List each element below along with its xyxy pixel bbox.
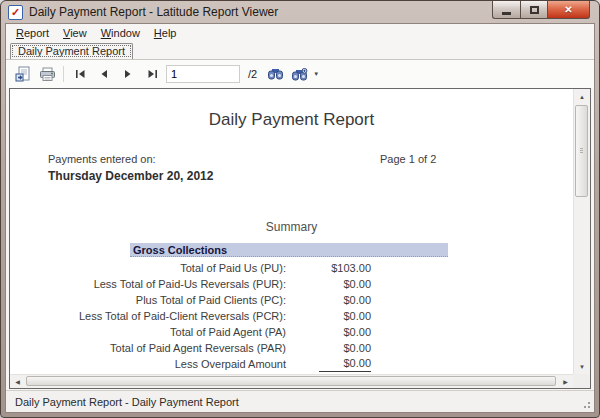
scroll-down-icon: ▼ bbox=[579, 364, 585, 370]
scroll-left-icon: ◀ bbox=[15, 378, 20, 385]
page-indicator: Page 1 of 2 bbox=[380, 153, 480, 165]
close-icon: ✕ bbox=[564, 4, 572, 15]
status-text: Daily Payment Report - Daily Payment Rep… bbox=[15, 396, 239, 408]
window-title: Daily Payment Report - Latitude Report V… bbox=[29, 5, 278, 19]
entered-on-date: Thursday December 20, 2012 bbox=[48, 169, 213, 183]
scroll-left-button[interactable]: ◀ bbox=[10, 375, 25, 388]
next-page-button[interactable] bbox=[116, 63, 140, 85]
vertical-scrollbar[interactable]: ▲ ▼ bbox=[573, 89, 590, 374]
menu-help[interactable]: Help bbox=[147, 25, 184, 41]
row-value: $0.00 bbox=[286, 310, 371, 323]
scroll-right-button[interactable]: ▶ bbox=[558, 375, 573, 388]
first-page-icon bbox=[75, 69, 86, 79]
report-page: Daily Payment Report Payments entered on… bbox=[10, 89, 573, 374]
tab-strip: Daily Payment Report bbox=[6, 42, 594, 59]
row-value: $0.00 bbox=[286, 278, 371, 291]
report-viewer: Daily Payment Report Payments entered on… bbox=[9, 88, 591, 389]
table-row: Less Total of Paid-Us Reversals (PUR): $… bbox=[10, 276, 573, 292]
client-area: Report View Window Help Daily Payment Re… bbox=[5, 23, 595, 413]
find-icon bbox=[267, 68, 284, 81]
report-viewer-window: ✓ Daily Payment Report - Latitude Report… bbox=[0, 0, 600, 418]
horizontal-scroll-thumb[interactable] bbox=[26, 376, 556, 386]
row-label: Less Total of Paid-Client Reversals (PCR… bbox=[10, 310, 286, 322]
minimize-icon bbox=[502, 12, 511, 15]
minimize-button[interactable] bbox=[492, 1, 520, 19]
last-page-button[interactable] bbox=[140, 63, 164, 85]
maximize-icon bbox=[530, 6, 539, 14]
export-button[interactable] bbox=[11, 63, 35, 85]
horizontal-scrollbar[interactable]: ◀ ▶ bbox=[10, 374, 573, 388]
row-label: Less Total of Paid-Us Reversals (PUR): bbox=[10, 278, 286, 290]
find-dropdown-caret[interactable]: ▼ bbox=[313, 71, 319, 77]
table-row: Less Overpaid Amount $0.00 bbox=[10, 356, 573, 372]
menu-view[interactable]: View bbox=[56, 25, 94, 41]
first-page-button[interactable] bbox=[68, 63, 92, 85]
scroll-down-button[interactable]: ▼ bbox=[574, 359, 590, 374]
scroll-right-icon: ▶ bbox=[563, 378, 568, 385]
status-bar: Daily Payment Report - Daily Payment Rep… bbox=[6, 390, 594, 412]
find-next-icon bbox=[291, 68, 308, 81]
toolbar: /2 bbox=[6, 59, 594, 88]
row-value: $0.00 bbox=[286, 357, 371, 372]
title-bar[interactable]: ✓ Daily Payment Report - Latitude Report… bbox=[1, 1, 599, 23]
previous-page-button[interactable] bbox=[92, 63, 116, 85]
table-row: Plus Total of Paid Clients (PC): $0.00 bbox=[10, 292, 573, 308]
row-label: Less Overpaid Amount bbox=[10, 358, 286, 370]
scroll-up-icon: ▲ bbox=[579, 94, 585, 100]
resize-grip[interactable] bbox=[581, 399, 591, 409]
row-value: $103.00 bbox=[286, 262, 371, 275]
gross-collections-header: Gross Collections bbox=[130, 243, 448, 257]
last-page-icon bbox=[147, 69, 158, 79]
menu-window[interactable]: Window bbox=[94, 25, 147, 41]
menu-report[interactable]: Report bbox=[9, 25, 56, 41]
print-icon bbox=[39, 66, 56, 82]
menu-bar: Report View Window Help bbox=[6, 24, 594, 42]
toolbar-separator bbox=[63, 66, 64, 82]
scroll-up-button[interactable]: ▲ bbox=[574, 89, 590, 104]
report-title: Daily Payment Report bbox=[10, 110, 573, 130]
summary-heading: Summary bbox=[10, 220, 573, 234]
find-next-button[interactable] bbox=[287, 63, 311, 85]
app-icon: ✓ bbox=[8, 5, 23, 20]
vertical-scroll-thumb[interactable] bbox=[575, 105, 588, 197]
table-row: Total of Paid Agent Reversals (PAR) $0.0… bbox=[10, 340, 573, 356]
table-row: Total of Paid Agent (PA) $0.00 bbox=[10, 324, 573, 340]
row-label: Total of Paid Agent Reversals (PAR) bbox=[10, 342, 286, 354]
thumb-grip bbox=[580, 148, 583, 154]
row-label: Total of Paid Us (PU): bbox=[10, 262, 286, 274]
scrollbar-corner bbox=[573, 374, 590, 388]
summary-rows: Total of Paid Us (PU): $103.00 Less Tota… bbox=[10, 260, 573, 372]
table-row: Total of Paid Us (PU): $103.00 bbox=[10, 260, 573, 276]
page-count-label: /2 bbox=[248, 68, 257, 80]
export-icon bbox=[15, 66, 31, 82]
find-button[interactable] bbox=[263, 63, 287, 85]
close-button[interactable]: ✕ bbox=[547, 1, 590, 19]
maximize-button[interactable] bbox=[520, 1, 547, 19]
tab-daily-payment-report[interactable]: Daily Payment Report bbox=[10, 43, 133, 59]
page-number-input[interactable] bbox=[166, 65, 240, 83]
table-row: Less Total of Paid-Client Reversals (PCR… bbox=[10, 308, 573, 324]
entered-on-label: Payments entered on: bbox=[48, 153, 156, 165]
row-value: $0.00 bbox=[286, 326, 371, 339]
row-value: $0.00 bbox=[286, 342, 371, 355]
row-value: $0.00 bbox=[286, 294, 371, 307]
row-label: Total of Paid Agent (PA) bbox=[10, 326, 286, 338]
row-label: Plus Total of Paid Clients (PC): bbox=[10, 294, 286, 306]
next-page-icon bbox=[124, 69, 132, 79]
window-controls: ✕ bbox=[492, 1, 590, 19]
print-button[interactable] bbox=[35, 63, 59, 85]
previous-page-icon bbox=[100, 69, 108, 79]
